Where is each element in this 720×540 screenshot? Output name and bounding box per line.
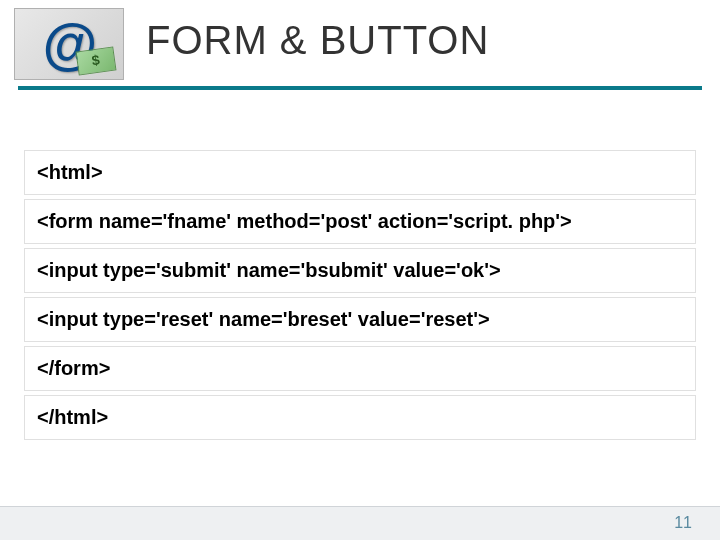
page-number: 11 xyxy=(674,514,692,532)
slide-title: FORM & BUTTON xyxy=(146,18,489,63)
code-text: <form name='fname' method='post' action=… xyxy=(37,210,572,232)
code-line: <form name='fname' method='post' action=… xyxy=(24,199,696,244)
code-text: </html> xyxy=(37,406,108,428)
slide-header: @ FORM & BUTTON xyxy=(0,0,720,80)
code-text: <html> xyxy=(37,161,103,183)
code-text: <input type='reset' name='breset' value=… xyxy=(37,308,490,330)
code-line: <input type='submit' name='bsubmit' valu… xyxy=(24,248,696,293)
code-line: <html> xyxy=(24,150,696,195)
slide-footer: 11 xyxy=(0,506,720,540)
title-underline xyxy=(18,86,702,90)
code-line: </html> xyxy=(24,395,696,440)
code-text: </form> xyxy=(37,357,110,379)
cash-icon xyxy=(76,46,117,75)
logo-image: @ xyxy=(14,8,124,80)
code-text: <input type='submit' name='bsubmit' valu… xyxy=(37,259,501,281)
code-block: <html> <form name='fname' method='post' … xyxy=(24,150,696,440)
code-line: <input type='reset' name='breset' value=… xyxy=(24,297,696,342)
code-line: </form> xyxy=(24,346,696,391)
